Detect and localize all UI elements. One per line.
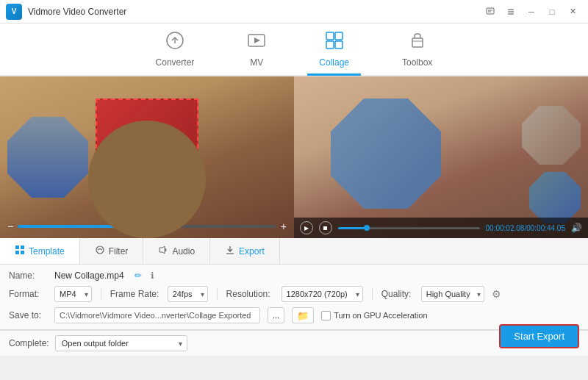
nav-mv-label: MV: [250, 57, 263, 68]
export-tab-label: Export: [239, 246, 265, 257]
format-value: MP4: [60, 290, 76, 298]
progress-minus-icon[interactable]: −: [7, 221, 13, 232]
name-info-icon[interactable]: ℹ: [151, 270, 154, 281]
filter-tab-icon: [95, 245, 105, 257]
top-nav: Converter MV Collage Toolbox: [0, 24, 588, 76]
volume-ctrl-icon[interactable]: 🔊: [111, 201, 123, 213]
logo-text: V: [12, 7, 17, 15]
right-progress-track[interactable]: [338, 227, 480, 229]
octagon-left-content: [7, 117, 88, 198]
maximize-button[interactable]: □: [542, 4, 562, 20]
nav-converter[interactable]: Converter: [144, 25, 207, 76]
nav-mv[interactable]: MV: [235, 25, 278, 76]
template-tab-label: Template: [29, 246, 65, 257]
octagon-right-small2: [529, 172, 581, 223]
complete-value: Open output folder: [62, 339, 129, 348]
tab-export[interactable]: Export: [210, 238, 280, 264]
export-tab-icon: [225, 245, 235, 257]
progress-track[interactable]: [18, 225, 276, 228]
crop-ctrl-icon[interactable]: ⊡: [174, 201, 183, 213]
scissors-ctrl-icon[interactable]: ⚙: [144, 201, 154, 213]
time-display: 00:00:02.08/00:00:44.05: [486, 224, 565, 232]
left-video-panel: + 🔊 ✂ ⚙ ↺ ⊡ − +: [0, 76, 294, 238]
svg-rect-13: [412, 38, 423, 47]
svg-rect-10: [335, 32, 343, 40]
nav-toolbox-label: Toolbox: [402, 57, 432, 68]
browse-label: ...: [273, 311, 279, 320]
right-controls-bar: ▶ ⏹ 00:00:02.08/00:00:44.05 🔊: [294, 218, 588, 238]
left-progress-bar[interactable]: − +: [7, 221, 287, 232]
framerate-label: Frame Rate:: [110, 289, 160, 299]
gpu-checkbox-label[interactable]: Turn on GPU Acceleration: [321, 311, 427, 320]
filter-tab-label: Filter: [109, 246, 129, 257]
complete-label: Complete:: [9, 338, 49, 348]
quality-select[interactable]: High Quality: [421, 286, 484, 302]
right-progress-thumb[interactable]: [364, 225, 370, 231]
framerate-select[interactable]: 24fps: [168, 286, 208, 302]
tab-filter[interactable]: Filter: [80, 238, 144, 264]
octagon-right-main: [331, 98, 441, 209]
app-title: Vidmore Video Converter: [28, 7, 481, 17]
nav-collage[interactable]: Collage: [307, 25, 361, 76]
name-value: New Collage.mp4: [54, 270, 124, 281]
converter-icon: [165, 31, 184, 54]
tab-template[interactable]: Template: [0, 238, 80, 264]
audio-tab-label: Audio: [172, 246, 195, 257]
audio-tab-icon: [158, 245, 168, 257]
titlebar: V Vidmore Video Converter ─ □ ✕: [0, 0, 588, 24]
resolution-value: 1280x720 (720p): [287, 290, 348, 298]
gpu-checkbox[interactable]: [321, 311, 331, 320]
folder-button[interactable]: 📁: [292, 307, 314, 323]
progress-thumb[interactable]: [169, 223, 176, 230]
framerate-value: 24fps: [173, 290, 193, 298]
mv-icon: [247, 31, 266, 54]
saveto-row: Save to: C:\Vidmore\Vidmore Video...nver…: [9, 307, 579, 323]
complete-select[interactable]: Open output folder: [55, 335, 187, 351]
saveto-path[interactable]: C:\Vidmore\Vidmore Video...nverter\Colla…: [54, 307, 260, 323]
divider2: [217, 288, 218, 300]
play-button[interactable]: ▶: [300, 221, 313, 234]
main-video-area: + 🔊 ✂ ⚙ ↺ ⊡ − +: [0, 76, 588, 238]
svg-rect-0: [487, 8, 494, 14]
name-edit-icon[interactable]: ✏: [135, 270, 142, 281]
stop-button[interactable]: ⏹: [319, 221, 332, 234]
bottom-bar: Complete: Open output folder Start Expor…: [0, 330, 588, 356]
format-row: Format: MP4 Frame Rate: 24fps Resolution…: [9, 286, 579, 302]
saveto-path-text: C:\Vidmore\Vidmore Video...nverter\Colla…: [60, 311, 251, 320]
toolbox-icon: [408, 31, 427, 54]
resolution-select[interactable]: 1280x720 (720p): [282, 286, 363, 302]
volume-icon-right[interactable]: 🔊: [571, 223, 582, 233]
quality-gear-icon[interactable]: ⚙: [492, 288, 501, 300]
nav-converter-label: Converter: [156, 57, 195, 68]
rotate-ctrl-icon[interactable]: ↺: [159, 201, 168, 213]
video-controls-bar: 🔊 ✂ ⚙ ↺ ⊡: [105, 198, 189, 216]
cut-ctrl-icon[interactable]: ✂: [129, 201, 138, 213]
right-main-content: [331, 98, 441, 209]
browse-button[interactable]: ...: [268, 307, 284, 323]
collage-icon: [325, 31, 344, 54]
selected-clip[interactable]: +: [96, 98, 198, 194]
close-button[interactable]: ✕: [563, 4, 582, 20]
nav-toolbox[interactable]: Toolbox: [390, 25, 444, 76]
right-small2-content: [529, 172, 581, 223]
right-video-background: [294, 76, 588, 238]
divider3: [372, 288, 373, 300]
tab-bar: Template Filter Audio Export: [0, 238, 588, 265]
format-select[interactable]: MP4: [54, 286, 92, 302]
window-controls: ─ □ ✕: [481, 4, 582, 20]
svg-rect-9: [326, 32, 334, 40]
svg-rect-12: [335, 41, 343, 49]
name-label: Name:: [9, 270, 47, 281]
right-video-panel: ▶ ⏹ 00:00:02.08/00:00:44.05 🔊: [294, 76, 588, 238]
left-video-background: + 🔊 ✂ ⚙ ↺ ⊡ − +: [0, 76, 294, 238]
menu-button[interactable]: [501, 4, 520, 20]
progress-plus-icon[interactable]: +: [281, 221, 287, 232]
progress-fill: [18, 225, 173, 228]
minimize-button[interactable]: ─: [522, 4, 541, 20]
nav-collage-label: Collage: [319, 57, 349, 68]
tab-audio[interactable]: Audio: [143, 238, 210, 264]
start-export-button[interactable]: Start Export: [499, 324, 579, 348]
folder-icon: 📁: [297, 310, 309, 321]
settings-area: Name: New Collage.mp4 ✏ ℹ Format: MP4 Fr…: [0, 265, 588, 330]
chat-button[interactable]: [481, 4, 500, 20]
